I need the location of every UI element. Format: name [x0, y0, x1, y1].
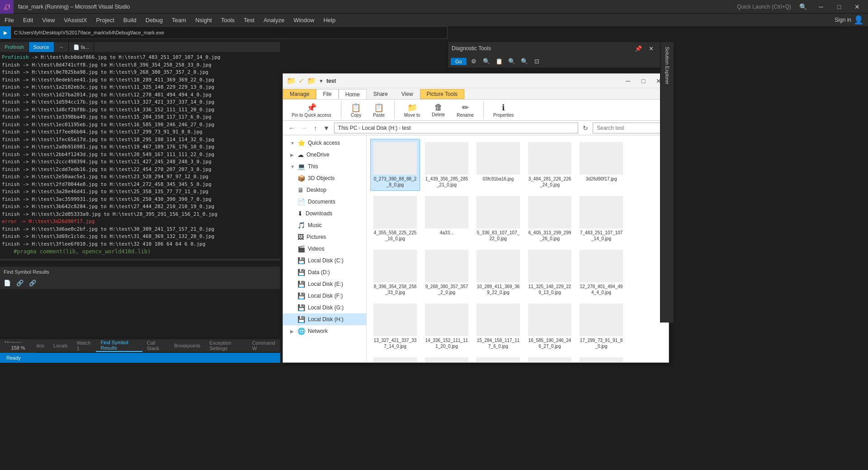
ribbon-btn-copy[interactable]: 📋 Copy: [347, 101, 365, 119]
refresh-button[interactable]: ↻: [581, 123, 590, 133]
file-item[interactable]: 12_278_401_494_494_4_0.jpg: [576, 247, 626, 299]
sidebar-item-diske[interactable]: 💾 Local Disk (E:): [283, 278, 366, 290]
file-item[interactable]: 9_268_380_357_357_2_0.jpg: [422, 247, 472, 299]
file-tab[interactable]: 📄 fa...: [69, 42, 94, 52]
sidebar-item-diskh[interactable]: 💾 Local Disk (H:): [283, 313, 366, 325]
sidebar-item-thispc[interactable]: ▼ 💻 This: [283, 161, 366, 172]
exp-title-dropdown[interactable]: ▼: [319, 78, 324, 84]
solution-explorer-label[interactable]: Solution Explorer: [665, 47, 670, 85]
ribbon-btn-paste[interactable]: 📋 Paste: [369, 101, 389, 119]
close-button[interactable]: ✕: [851, 0, 863, 13]
find-toolbar-btn1[interactable]: 📄: [2, 277, 13, 288]
tab-find-symbol[interactable]: Find Symbol Results: [96, 339, 142, 352]
tab-call-stack[interactable]: Call Stack: [142, 339, 170, 352]
explorer-maximize-button[interactable]: □: [637, 75, 650, 87]
sidebar-item-diskc[interactable]: 💾 Local Disk (C:): [283, 255, 366, 266]
other-tab[interactable]: →: [54, 42, 69, 52]
menu-view[interactable]: View: [38, 14, 59, 26]
file-item[interactable]: 4a33...: [422, 193, 472, 245]
file-item[interactable]: 18_295_198_114_114_32_0.jpg: [370, 354, 420, 362]
file-item[interactable]: 8_396_354_258_258_33_0.jpg: [370, 247, 420, 299]
menu-vassistx[interactable]: VAssistX: [59, 14, 91, 26]
resize-handle[interactable]: [0, 258, 280, 261]
restore-button[interactable]: □: [833, 0, 845, 13]
minimize-button[interactable]: ─: [815, 0, 827, 13]
menu-help[interactable]: Help: [319, 14, 340, 26]
sidebar-item-3dobjects[interactable]: 📦 3D Objects: [283, 172, 366, 184]
file-item[interactable]: 10_289_411_369_369_22_0.jpg: [473, 247, 523, 299]
file-item[interactable]: 17_299_73_91_91_8_0.jpg: [576, 300, 626, 352]
file-item[interactable]: 22_454_270_207_207_3_0.jpg: [576, 354, 626, 362]
back-button[interactable]: ←: [287, 123, 297, 133]
breadcrumb[interactable]: This PC › Local Disk (H:) › test: [334, 123, 578, 133]
ribbon-btn-rename[interactable]: ✏ Rename: [453, 101, 478, 119]
ribbon-tab-file[interactable]: File: [316, 89, 338, 99]
menu-team[interactable]: Team: [167, 14, 191, 26]
ribbon-tab-manage[interactable]: Manage: [283, 89, 316, 99]
sidebar-item-quickaccess[interactable]: ▼ ⭐ Quick access: [283, 137, 366, 149]
diag-search-icon[interactable]: 🔍: [481, 56, 492, 67]
diag-go-button[interactable]: Go: [451, 58, 467, 65]
file-item[interactable]: 21_427_245_248_248_3_0.jpg: [525, 354, 575, 362]
ribbon-btn-move[interactable]: 📁 Move to: [400, 101, 425, 119]
diag-pin-icon[interactable]: 📌: [633, 43, 644, 54]
ribbon-tab-home[interactable]: Home: [339, 89, 367, 99]
tab-watch1[interactable]: Watch 1: [72, 339, 96, 352]
search-box[interactable]: 🔍: [593, 123, 665, 133]
sidebar-item-network[interactable]: ▶ 🌐 Network: [283, 325, 366, 337]
ribbon-tab-picturetools[interactable]: Picture Tools: [420, 89, 464, 99]
recent-locations-button[interactable]: ▼: [321, 123, 331, 133]
file-item[interactable]: 0_273_390_88_88_2_8_0.jpg: [370, 139, 420, 191]
diag-settings-icon[interactable]: ⚙: [468, 56, 479, 67]
diag-close-icon[interactable]: ✕: [646, 43, 656, 54]
file-item[interactable]: 14_336_152_111_111_20_0.jpg: [422, 300, 472, 352]
vs-path[interactable]: C:\Users\fyh\Desktop\VS2017\face_mark\x6…: [11, 26, 448, 39]
menu-file[interactable]: File: [0, 14, 19, 26]
file-item[interactable]: 20_549_167_111_111_22_0.jpg: [473, 354, 523, 362]
vs-run-button[interactable]: ▶: [0, 26, 11, 39]
ribbon-tab-share[interactable]: Share: [367, 89, 395, 99]
menu-nsight[interactable]: Nsight: [191, 14, 217, 26]
sidebar-item-documents[interactable]: 📄 Documents: [283, 196, 366, 208]
sidebar-item-diskf[interactable]: 💾 Local Disk (F:): [283, 290, 366, 302]
menu-project[interactable]: Project: [91, 14, 118, 26]
tab-locals[interactable]: Locals: [49, 339, 72, 352]
sidebar-item-diskd[interactable]: 💾 Data (D:): [283, 266, 366, 278]
sidebar-item-onedrive[interactable]: ▶ ☁ OneDrive: [283, 149, 366, 161]
menu-analyze[interactable]: Analyze: [259, 14, 289, 26]
menu-build[interactable]: Build: [119, 14, 141, 26]
menu-debug[interactable]: Debug: [141, 14, 167, 26]
diag-fit-icon[interactable]: ⊡: [532, 56, 542, 67]
ribbon-btn-delete[interactable]: 🗑 Delete: [428, 101, 449, 119]
profinish-tab[interactable]: Profinish: [0, 42, 29, 52]
forward-button[interactable]: →: [299, 123, 309, 133]
up-button[interactable]: ↑: [312, 123, 319, 133]
sidebar-item-videos[interactable]: 🎬 Videos: [283, 243, 366, 255]
file-item[interactable]: 16_585_190_246_246_27_0.jpg: [525, 300, 575, 352]
sidebar-item-diskg[interactable]: 💾 Local Disk (G:): [283, 302, 366, 313]
sidebar-item-downloads[interactable]: ⬇ Downloads: [283, 208, 366, 219]
explorer-minimize-button[interactable]: ─: [622, 75, 634, 87]
search-taskbar-icon[interactable]: 🔍: [797, 0, 809, 13]
file-item[interactable]: 6_405_313_299_299_26_0.jpg: [525, 193, 575, 245]
file-item[interactable]: 15_284_158_117_117_6_0.jpg: [473, 300, 523, 352]
file-item[interactable]: 19_467_189_176_176_10_0.jpg: [422, 354, 472, 362]
sidebar-item-desktop[interactable]: 🖥 Desktop: [283, 184, 366, 196]
diag-copy-icon[interactable]: 📋: [494, 56, 505, 67]
sidebar-item-music[interactable]: 🎵 Music: [283, 219, 366, 231]
file-item[interactable]: 1_439_356_285_285_21_0.jpg: [422, 139, 472, 191]
file-item[interactable]: 3d26d90f17.jpg: [576, 139, 626, 191]
file-item[interactable]: 7_483_251_107_107_14_0.jpg: [576, 193, 626, 245]
source-tab[interactable]: Source: [29, 42, 54, 52]
ribbon-btn-pin[interactable]: 📌 Pin to Quick access: [288, 101, 335, 119]
file-item[interactable]: 3_484_281_226_226_24_0.jpg: [525, 139, 575, 191]
menu-window[interactable]: Window: [289, 14, 319, 26]
tab-command[interactable]: Command W: [248, 339, 280, 352]
file-item[interactable]: 03fc91ba16.jpg: [473, 139, 523, 191]
sidebar-item-pictures[interactable]: 🖼 Pictures: [283, 231, 366, 243]
search-input[interactable]: [597, 125, 665, 131]
tab-exception[interactable]: Exception Settings: [205, 339, 247, 352]
ribbon-tab-view[interactable]: View: [395, 89, 420, 99]
file-item[interactable]: 5_336_83_107_107_22_0.jpg: [473, 193, 523, 245]
find-toolbar-btn2[interactable]: 🔗: [14, 277, 25, 288]
